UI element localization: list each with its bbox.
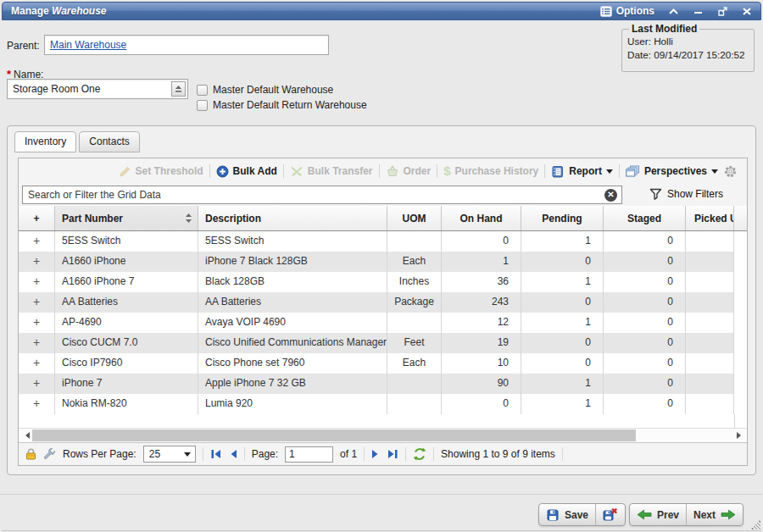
header-uom[interactable]: UOM <box>387 206 442 230</box>
cell-picked <box>686 292 734 313</box>
pencil-icon <box>119 165 131 178</box>
cell-uom <box>387 313 442 333</box>
table-row[interactable]: +A1660 iPhoneiPhone 7 Black 128GBEach100 <box>19 252 747 272</box>
scrollbar-thumb[interactable] <box>32 429 636 441</box>
gear-icon <box>724 165 737 178</box>
parent-label: Parent: <box>7 40 40 52</box>
master-default-return-warehouse-checkbox[interactable] <box>197 100 208 111</box>
inventory-grid: Set Threshold Bulk Add Bulk Transfer Ord… <box>18 158 748 466</box>
rows-per-page-select[interactable]: 25 <box>143 446 196 463</box>
save-button[interactable]: Save <box>539 504 595 525</box>
row-expander[interactable]: + <box>19 313 55 333</box>
master-default-warehouse-checkbox[interactable] <box>197 85 208 96</box>
cell-staged: 0 <box>604 252 686 272</box>
cell-desc: AA Batteries <box>198 292 387 313</box>
report-icon <box>551 165 565 178</box>
popout-icon[interactable] <box>717 6 728 16</box>
next-page-button[interactable] <box>371 449 380 459</box>
first-page-button[interactable] <box>210 449 222 459</box>
report-button[interactable]: Report <box>551 165 613 178</box>
prev-page-button[interactable] <box>229 449 237 459</box>
cell-uom: Each <box>387 353 442 374</box>
tab-contacts[interactable]: Contacts <box>79 131 139 152</box>
show-filters-button[interactable]: Show Filters <box>649 188 723 200</box>
table-row[interactable]: +iPhone 7Apple iPhone 7 32 GB9010 <box>19 374 747 394</box>
cell-staged: 0 <box>604 333 686 353</box>
cell-pending: 1 <box>521 272 604 292</box>
row-expander[interactable]: + <box>19 272 55 292</box>
header-pending[interactable]: Pending <box>521 206 604 230</box>
minimize-icon[interactable] <box>693 7 704 16</box>
parent-link[interactable]: Main Warehouse <box>50 39 126 51</box>
cell-staged: 0 <box>604 394 686 414</box>
order-button[interactable]: Order <box>386 165 432 177</box>
name-field[interactable]: Storage Room One <box>7 79 188 99</box>
row-scrollbar-stub <box>734 394 747 414</box>
transfer-arrows-icon <box>290 165 304 177</box>
next-button[interactable]: Next <box>687 504 743 525</box>
close-icon[interactable] <box>742 7 752 16</box>
cell-staged: 0 <box>604 313 686 333</box>
table-row[interactable]: +Cisco IP7960Cisco Phone set 7960Each100… <box>19 353 747 374</box>
header-on-hand[interactable]: On Hand <box>442 206 521 230</box>
row-scrollbar-stub <box>734 374 747 394</box>
header-expander[interactable]: + <box>19 206 55 230</box>
perspectives-button[interactable]: Perspectives <box>626 165 718 177</box>
table-row[interactable]: +AA BatteriesAA BatteriesPackage24300 <box>19 292 747 313</box>
page-input[interactable] <box>285 446 333 463</box>
row-expander[interactable]: + <box>19 353 55 374</box>
row-expander[interactable]: + <box>19 231 55 252</box>
lock-icon[interactable] <box>25 448 36 460</box>
row-scrollbar-stub <box>734 231 747 252</box>
cell-picked <box>686 252 734 272</box>
scroll-right-icon[interactable] <box>733 429 747 442</box>
header-picked-up[interactable]: Picked Up <box>686 206 734 230</box>
purchase-history-button[interactable]: $ Purchase History <box>443 165 538 177</box>
table-row[interactable]: +A1660 iPhone 7Black 128GBInches3610 <box>19 272 747 292</box>
report-caret-icon <box>606 169 613 177</box>
bulk-add-button[interactable]: Bulk Add <box>216 165 277 178</box>
horizontal-scrollbar[interactable] <box>19 428 747 442</box>
wrench-icon[interactable] <box>43 448 56 461</box>
set-threshold-button[interactable]: Set Threshold <box>119 165 203 178</box>
header-part-number[interactable]: Part Number <box>55 206 198 230</box>
table-row[interactable]: +Nokia RM-820Lumia 920010 <box>19 394 747 414</box>
cell-desc: Cisco Unified Communications Manager <box>198 333 387 353</box>
parent-field[interactable]: Main Warehouse <box>44 35 329 55</box>
refresh-icon[interactable] <box>413 447 426 461</box>
last-page-button[interactable] <box>387 449 398 459</box>
table-row[interactable]: +AP-4690Avaya VOIP 46901210 <box>19 313 747 333</box>
cell-staged: 0 <box>604 272 686 292</box>
tab-inventory[interactable]: Inventory <box>14 131 76 152</box>
row-expander[interactable]: + <box>19 394 55 414</box>
scroll-left-icon[interactable] <box>19 429 32 442</box>
row-expander[interactable]: + <box>19 374 55 394</box>
bulk-transfer-button[interactable]: Bulk Transfer <box>290 165 373 177</box>
save-and-close-button[interactable] <box>596 504 625 525</box>
grid-settings-button[interactable] <box>724 165 737 178</box>
scrollbar-track[interactable] <box>636 429 733 442</box>
options-button[interactable]: Options <box>600 5 654 17</box>
grid-toolbar: Set Threshold Bulk Add Bulk Transfer Ord… <box>19 158 747 184</box>
sort-icon <box>185 213 192 224</box>
prev-button[interactable]: Prev <box>630 504 686 525</box>
grid-header: + Part Number Description UOM On Hand Pe… <box>19 206 747 231</box>
header-description[interactable]: Description <box>198 206 387 230</box>
table-row[interactable]: +5ESS Switch5ESS Switch010 <box>19 231 747 252</box>
cell-desc: Lumia 920 <box>198 394 387 414</box>
page-of-label: of 1 <box>340 448 357 460</box>
table-row[interactable]: +Cisco CUCM 7.0Cisco Unified Communicati… <box>19 333 747 353</box>
row-expander[interactable]: + <box>19 252 55 272</box>
search-input[interactable] <box>22 186 622 204</box>
header-staged[interactable]: Staged <box>604 206 686 230</box>
row-expander[interactable]: + <box>19 333 55 353</box>
row-expander[interactable]: + <box>19 292 55 313</box>
search-clear-icon[interactable]: ✕ <box>604 189 617 202</box>
master-default-warehouse-row: Master Default Warehouse <box>197 84 333 96</box>
resize-grip[interactable] <box>750 519 760 529</box>
cell-pending: 1 <box>521 394 604 414</box>
cell-desc: 5ESS Switch <box>198 231 387 252</box>
cell-uom: Each <box>387 252 442 272</box>
collapse-icon[interactable] <box>668 7 679 16</box>
name-picker-button[interactable] <box>171 81 186 97</box>
